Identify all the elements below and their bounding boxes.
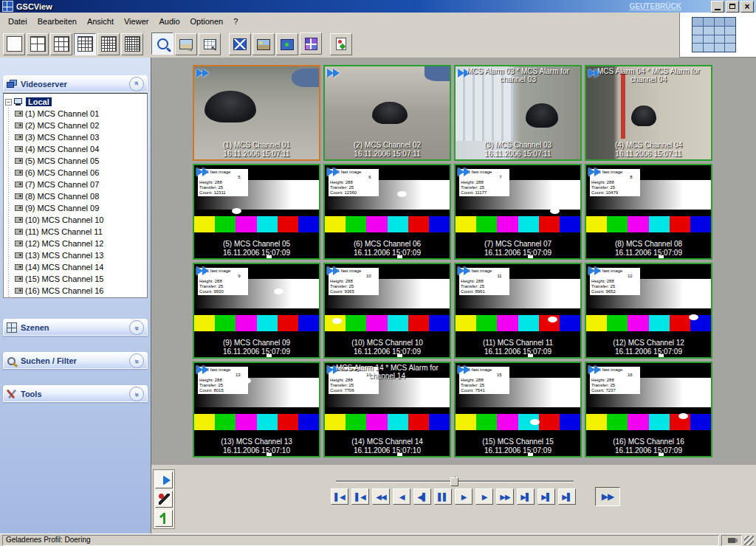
tree-channel-item[interactable]: (11) MCS Channel 11 xyxy=(4,226,147,238)
fast-rewind-button[interactable]: ◀◀ xyxy=(372,488,390,505)
collapse-button[interactable]: » xyxy=(129,77,144,91)
moving-dot xyxy=(689,314,698,320)
pause-button[interactable]: ▌▌ xyxy=(434,488,452,505)
menu-item[interactable]: Ansicht xyxy=(82,15,119,28)
panel-videoserver-header[interactable]: Videoserver » xyxy=(3,75,148,92)
play-backward-button[interactable]: ◀ xyxy=(393,488,410,505)
tree-channel-item[interactable]: (4) MCS Channel 04 xyxy=(4,143,147,155)
minimize-button[interactable] xyxy=(711,1,724,13)
tree-channel-item[interactable]: (12) MCS Channel 12 xyxy=(4,238,147,249)
grid-layout-icon xyxy=(7,36,22,52)
report-print-button[interactable] xyxy=(330,33,352,55)
timeline-slider[interactable] xyxy=(336,477,574,484)
live-mode-button[interactable]: ▶▶ xyxy=(595,487,620,506)
tree-channel-item[interactable]: (5) MCS Channel 05 xyxy=(4,155,147,167)
menu-item[interactable]: Audio xyxy=(154,15,185,28)
menu-item[interactable]: Datei xyxy=(3,15,32,28)
menu-item[interactable]: Viewer xyxy=(119,15,154,28)
tree-channel-item[interactable]: (3) MCS Channel 03 xyxy=(4,131,147,143)
brand-link[interactable]: GEUTEBRÜCK xyxy=(629,2,681,10)
menu-item[interactable]: Optionen xyxy=(185,15,229,28)
maximize-button[interactable] xyxy=(726,1,739,13)
toolbar-separator xyxy=(222,30,229,58)
picture-view-button[interactable] xyxy=(252,33,275,55)
tree-channel-item[interactable]: (8) MCS Channel 08 xyxy=(4,190,147,202)
tree-channel-item[interactable]: (9) MCS Channel 09 xyxy=(4,202,147,214)
video-cell[interactable]: (12) MCS Channel 12 16.11.2006 15:07:09 … xyxy=(585,263,712,359)
video-cell[interactable]: (13) MCS Channel 13 16.11.2006 15:07:10 … xyxy=(193,362,320,457)
tree-channel-item[interactable]: (16) MCS Channel 16 xyxy=(4,285,147,297)
image-shift-tool-button[interactable] xyxy=(175,33,197,55)
previous-alarm-button[interactable]: ▌◀ xyxy=(351,488,369,505)
view-4x4-button[interactable] xyxy=(74,33,96,55)
fast-forward-button[interactable]: ▶▶ xyxy=(496,488,514,505)
video-cell[interactable]: (7) MCS Channel 07 16.11.2006 15:07:09 G… xyxy=(454,164,582,260)
video-cell[interactable]: (5) MCS Channel 05 16.11.2006 15:07:09 G… xyxy=(193,164,320,260)
tools-icon xyxy=(7,390,17,398)
channel-label: (12) MCS Channel 12 xyxy=(25,239,103,248)
next-alarm-button[interactable]: ▶▌ xyxy=(537,488,555,505)
skip-to-end-button[interactable]: ▶▌ xyxy=(558,488,576,505)
play-forward-button[interactable]: ▶ xyxy=(475,488,493,505)
video-cell[interactable]: MCS Alarm 03 * MCS Alarm for channel 03 … xyxy=(454,65,582,161)
position-tick xyxy=(528,255,533,258)
panel-szenen-header[interactable]: Szenen » xyxy=(3,319,148,336)
video-cell[interactable]: (11) MCS Channel 11 16.11.2006 15:07:09 … xyxy=(454,263,582,359)
timestamp: 16.11.2006 15:07:10 xyxy=(325,446,450,455)
video-cell[interactable]: MCS Alarm 14 * MCS Alarm for channel 14 … xyxy=(323,362,451,457)
panel-suchen-filter-header[interactable]: Suchen / Filter » xyxy=(3,352,148,369)
camera-icon xyxy=(15,288,23,294)
view-3x3-button[interactable] xyxy=(50,33,72,55)
monitor-view-button[interactable] xyxy=(276,33,298,55)
zoom-tool-button[interactable] xyxy=(151,32,173,55)
expand-button[interactable]: » xyxy=(129,353,144,368)
alarm-tool-button[interactable] xyxy=(155,491,173,508)
view-1x1-button[interactable] xyxy=(3,33,25,55)
video-cell[interactable]: (6) MCS Channel 06 16.11.2006 15:07:09 G… xyxy=(323,164,451,260)
tree-root-row[interactable]: − Local xyxy=(4,96,147,108)
view-2x2-button[interactable] xyxy=(27,33,49,55)
position-tick xyxy=(397,354,402,357)
play-forward-slow-button[interactable]: ▶ xyxy=(455,488,472,505)
server-tree: − Local (1) MCS Channel 01 (2) MCS Chann… xyxy=(3,93,148,298)
step-backward-button[interactable]: ◀▌ xyxy=(413,488,431,505)
view-6x6-button[interactable] xyxy=(121,33,143,55)
step-forward-button[interactable]: ▶▌ xyxy=(517,488,535,505)
cell-caption: (9) MCS Channel 09 16.11.2006 15:07:09 xyxy=(194,339,319,356)
camera-select-tool-button[interactable] xyxy=(199,33,221,55)
tree-channel-item[interactable]: (6) MCS Channel 06 xyxy=(4,167,147,179)
tree-channel-item[interactable]: (2) MCS Channel 02 xyxy=(4,120,147,131)
menu-item[interactable]: ? xyxy=(228,15,243,28)
video-cell[interactable]: (1) MCS Channel 01 16.11.2006 15:07:11 xyxy=(193,65,320,161)
skip-to-start-button[interactable]: ▌◀ xyxy=(331,488,348,505)
expand-button[interactable]: » xyxy=(129,387,144,401)
video-cell[interactable]: (10) MCS Channel 10 16.11.2006 15:07:09 … xyxy=(323,263,451,359)
layout-preview-thumbnail[interactable] xyxy=(692,17,736,52)
video-cell[interactable]: (15) MCS Channel 15 16.11.2006 15:07:09 … xyxy=(454,362,582,457)
tree-channel-item[interactable]: (15) MCS Channel 15 xyxy=(4,273,147,285)
fullscreen-view-button[interactable] xyxy=(229,33,251,55)
tree-expander[interactable]: − xyxy=(5,99,12,106)
video-cell[interactable]: MCS Alarm 04 * MCS Alarm for channel 04 … xyxy=(585,65,712,161)
timeline-thumb[interactable] xyxy=(450,477,458,486)
tree-channel-item[interactable]: (10) MCS Channel 10 xyxy=(4,214,147,226)
video-cell[interactable]: (9) MCS Channel 09 16.11.2006 15:07:09 G… xyxy=(193,263,320,359)
video-cell[interactable]: (2) MCS Channel 02 16.11.2006 15:07:11 xyxy=(323,65,451,161)
view-5x5-button[interactable] xyxy=(97,33,120,55)
tree-channel-item[interactable]: (14) MCS Channel 14 xyxy=(4,261,147,273)
tree-channel-item[interactable]: (7) MCS Channel 07 xyxy=(4,179,147,190)
image-arrow-icon xyxy=(179,39,193,49)
resize-grip[interactable] xyxy=(744,536,754,545)
tree-channel-item[interactable]: (1) MCS Channel 01 xyxy=(4,108,147,120)
live-stream-button[interactable] xyxy=(155,471,173,488)
quad-view-button[interactable] xyxy=(300,32,322,55)
close-button[interactable]: × xyxy=(740,1,754,13)
tree-root-local[interactable]: Local xyxy=(26,97,52,106)
menu-item[interactable]: Bearbeiten xyxy=(32,15,82,28)
panel-tools-header[interactable]: Tools » xyxy=(3,385,148,402)
tree-channel-item[interactable]: (13) MCS Channel 13 xyxy=(4,249,147,261)
export-tool-button[interactable] xyxy=(155,510,173,527)
video-cell[interactable]: (8) MCS Channel 08 16.11.2006 15:07:09 G… xyxy=(585,164,712,260)
video-cell[interactable]: (16) MCS Channel 16 16.11.2006 15:07:09 … xyxy=(585,362,712,457)
expand-button[interactable]: » xyxy=(129,320,144,335)
